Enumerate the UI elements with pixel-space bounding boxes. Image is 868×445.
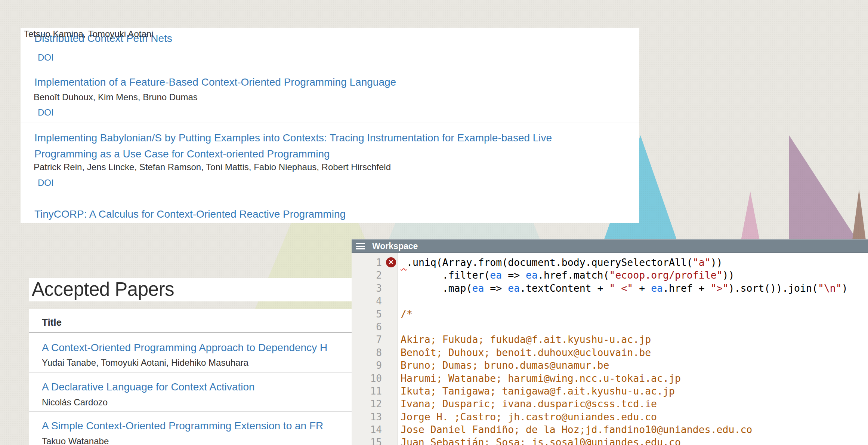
code-line [401,320,868,333]
line-number: 11 [352,385,398,398]
code-line: .map(ea => ea.textContent + " <" + ea.hr… [401,282,868,295]
paper-authors: Takuo Watanabe [42,436,109,445]
workspace-window: Workspace 1✕23456789101112131415 _.uniq(… [352,239,868,445]
row-divider [21,194,639,194]
editor-gutter: 1✕23456789101112131415 [352,253,398,445]
line-number: 1✕ [352,256,398,269]
code-line: Benoît; Duhoux; benoit.duhoux@uclouvain.… [401,346,868,359]
line-number: 14 [352,423,398,436]
code-line: _.uniq(Array.from(document.body.querySel… [401,256,868,269]
hamburger-menu-icon[interactable] [356,243,365,249]
code-line [401,295,868,307]
doi-link[interactable]: DOI [38,107,54,118]
paper-title-link[interactable]: Implementing Babylonian/S by Putting Exa… [34,130,625,162]
line-number: 4 [352,295,398,307]
paper-authors: Benoît Duhoux, Kim Mens, Bruno Dumas [34,92,198,102]
code-line: Bruno; Dumas; bruno.dumas@unamur.be [401,359,868,372]
code-line: Jose Daniel Fandiño; de la Hoz;jd.fandin… [401,423,868,436]
page-title: Accepted Papers [32,278,174,300]
code-line: /* [401,308,868,320]
row-divider [21,123,639,123]
workspace-titlebar[interactable]: Workspace [352,239,868,253]
code-line: Ikuta; Tanigawa; tanigawa@f.ait.kyushu-u… [401,385,868,398]
line-number: 10 [352,372,398,385]
paper-title-link[interactable]: A Declarative Language for Context Activ… [42,381,255,393]
paper-title-link[interactable]: A Context-Oriented Programming Approach … [42,342,327,354]
row-divider [21,69,639,69]
paper-authors: Patrick Rein, Jens Lincke, Stefan Ramson… [34,162,391,172]
paper-title-link[interactable]: A Simple Context-Oriented Programming Ex… [42,420,323,432]
code-line: Harumi; Watanabe; harumi@wing.ncc.u-toka… [401,372,868,385]
line-number: 2 [352,269,398,282]
line-number: 6 [352,320,398,333]
line-number: 7 [352,333,398,346]
paper-title-line: Programming as a Use Case for Context-or… [34,146,625,162]
workspace-window-title: Workspace [372,240,418,253]
paper-authors: Tetsuo Kamina, Tomoyuki Aotani [24,29,153,39]
doi-link[interactable]: DOI [38,178,54,188]
table-header-title: Title [42,317,62,328]
code-line: Juan Sebastián; Sosa; js.sosa10@uniandes… [401,436,868,445]
line-number: 8 [352,346,398,359]
line-number: 9 [352,359,398,372]
doi-link[interactable]: DOI [38,52,54,63]
code-editor[interactable]: 1✕23456789101112131415 _.uniq(Array.from… [352,253,868,445]
code-line: Jorge H. ;Castro; jh.castro@uniandes.edu… [401,411,868,423]
code-line: Ivana; Dusparic; ivana.dusparic@scss.tcd… [401,398,868,410]
paper-title-link[interactable]: TinyCORP: A Calculus for Context-Oriente… [34,208,346,220]
code-line: Akira; Fukuda; fukuda@f.ait.kyushu-u.ac.… [401,333,868,346]
line-number: 13 [352,411,398,423]
line-number: 15 [352,436,398,445]
paper-authors: Yudai Tanabe, Tomoyuki Aotani, Hidehiko … [42,357,248,368]
line-number: 5 [352,308,398,320]
paper-title-line: Implementing Babylonian/S by Putting Exa… [34,130,625,146]
line-number: 12 [352,398,398,410]
error-marker-icon: ✕ [386,257,396,267]
paper-title-link[interactable]: Implementation of a Feature-Based Contex… [34,76,396,88]
line-number: 3 [352,282,398,295]
paper-authors: Nicolás Cardozo [42,397,108,408]
paper-list-panel: Distributed Context Petri Nets Tetsuo Ka… [21,28,639,223]
code-line: .filter(ea => ea.href.match("ecoop.org/p… [401,269,868,282]
screen: Distributed Context Petri Nets Tetsuo Ka… [0,0,868,445]
editor-code-area[interactable]: _.uniq(Array.from(document.body.querySel… [398,253,868,445]
